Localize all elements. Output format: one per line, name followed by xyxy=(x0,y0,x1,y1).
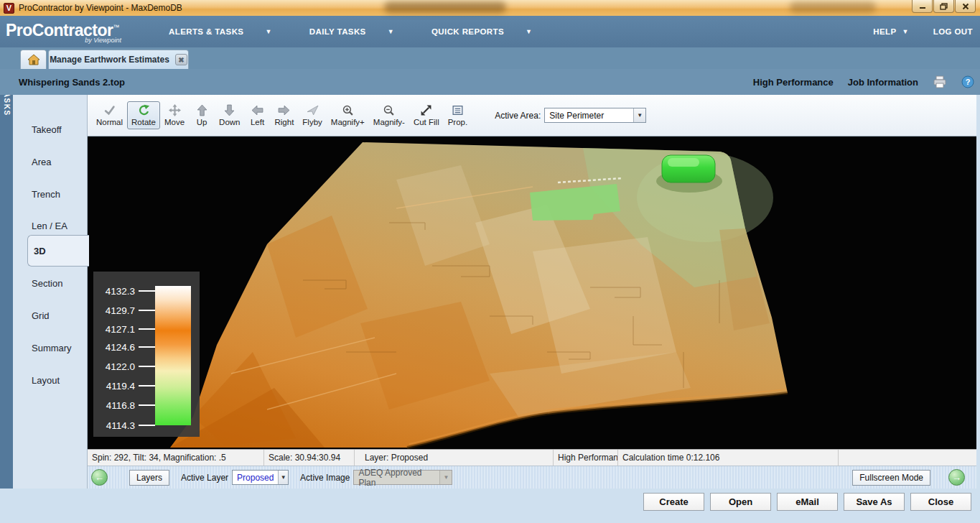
all-tasks-strip[interactable]: ALL TASKS xyxy=(0,47,13,489)
header-bar: Whispering Sands 2.top High Performance … xyxy=(0,69,980,95)
create-button[interactable]: Create xyxy=(643,493,704,511)
sidebar-item-label: Layout xyxy=(32,375,60,386)
tab-close-icon[interactable]: ✖ xyxy=(175,54,187,65)
sidebar-item-trench[interactable]: Trench xyxy=(13,178,87,210)
legend-color-bar xyxy=(155,286,191,425)
right-button[interactable]: Right xyxy=(270,101,298,129)
job-information-link[interactable]: Job Information xyxy=(848,77,918,88)
toolbar-label: Left xyxy=(251,118,264,126)
magnify-plus-icon xyxy=(342,104,354,116)
tab-manage-earthwork-estimates[interactable]: Manage Earthwork Estimates ✖ xyxy=(48,50,189,69)
app-icon: V xyxy=(4,3,14,14)
active-image-label: Active Image xyxy=(300,473,350,483)
legend-tick xyxy=(139,310,155,311)
active-area-label: Active Area: xyxy=(495,111,541,121)
terrain-model xyxy=(88,136,976,449)
legend-value: 4116.8 xyxy=(93,400,135,411)
menu-label: QUICK REPORTS xyxy=(431,27,504,36)
chevron-down-icon: ▼ xyxy=(526,28,532,35)
move-icon xyxy=(169,104,181,116)
menu-alerts-tasks[interactable]: ALERTS & TASKS ▼ xyxy=(169,27,272,36)
arrow-right-icon xyxy=(278,104,290,116)
toolbar-label: Right xyxy=(274,118,294,126)
menu-label: HELP xyxy=(873,27,896,36)
layers-button[interactable]: Layers xyxy=(129,470,169,486)
active-area-select[interactable]: Site Perimeter ▼ xyxy=(544,108,646,123)
sidebar-item-grid[interactable]: Grid xyxy=(13,300,87,331)
left-button[interactable]: Left xyxy=(244,101,270,129)
plane-icon xyxy=(307,104,319,116)
sidebar-item-label: Summary xyxy=(32,343,72,353)
sidebar-item-label: Grid xyxy=(32,310,50,321)
sidebar-item-label: Trench xyxy=(32,189,60,200)
legend-tick xyxy=(139,425,155,426)
rotate-icon xyxy=(138,104,150,116)
menu-label: DAILY TASKS xyxy=(309,27,366,36)
sidebar-item-summary[interactable]: Summary xyxy=(13,332,87,364)
toolbar-label: Up xyxy=(197,118,207,126)
tab-label: Manage Earthwork Estimates xyxy=(50,55,169,65)
active-layer-value: Proposed xyxy=(233,471,278,484)
sidebar-item-3d[interactable]: 3D xyxy=(27,235,89,267)
email-button[interactable]: eMail xyxy=(777,493,838,511)
magnify-plus-button[interactable]: Magnify+ xyxy=(327,101,369,129)
fullscreen-mode-button[interactable]: Fullscreen Mode xyxy=(852,470,930,486)
close-button[interactable] xyxy=(955,0,976,13)
sidebar-item-layout[interactable]: Layout xyxy=(13,364,87,396)
normal-button[interactable]: Normal xyxy=(92,101,127,129)
toolbar-label: Move xyxy=(164,118,185,126)
rotate-button[interactable]: Rotate xyxy=(127,101,160,129)
arrow-left-icon xyxy=(251,104,263,116)
toolbar-label: Flyby xyxy=(302,118,322,126)
move-button[interactable]: Move xyxy=(160,101,189,129)
sidebar-item-takeoff[interactable]: Takeoff xyxy=(13,114,87,145)
legend-tick xyxy=(139,366,155,367)
close-icon xyxy=(962,3,969,10)
toolbar-label: Prop. xyxy=(448,118,468,126)
toolbar-label: Magnify+ xyxy=(331,118,365,126)
properties-icon xyxy=(452,104,464,116)
legend-tick xyxy=(139,404,155,406)
arrow-up-icon xyxy=(196,104,208,116)
close-window-button[interactable]: Close xyxy=(910,493,971,511)
down-button[interactable]: Down xyxy=(215,101,244,129)
chevron-down-icon: ▼ xyxy=(278,471,288,484)
restore-icon xyxy=(940,3,948,10)
high-performance-link[interactable]: High Performance xyxy=(753,77,834,88)
cut-fill-icon xyxy=(420,104,432,116)
sidebar-item-area[interactable]: Area xyxy=(13,146,87,177)
legend-value: 4127.1 xyxy=(93,324,135,335)
active-layer-label: Active Layer xyxy=(181,473,228,483)
legend-value: 4119.4 xyxy=(93,381,135,392)
open-button[interactable]: Open xyxy=(710,493,771,511)
flyby-button[interactable]: Flyby xyxy=(298,101,326,129)
menu-quick-reports[interactable]: QUICK REPORTS ▼ xyxy=(431,27,532,36)
legend-tick xyxy=(139,290,155,292)
cut-fill-button[interactable]: Cut Fill xyxy=(409,101,444,129)
menu-daily-tasks[interactable]: DAILY TASKS ▼ xyxy=(309,27,394,36)
status-performance: High Performance xyxy=(554,450,618,466)
next-view-button[interactable]: → xyxy=(948,469,965,486)
status-bar: Spin: 292, Tilt: 34, Magnification: .5 S… xyxy=(88,449,976,466)
active-layer-select[interactable]: Proposed ▼ xyxy=(232,470,289,485)
magnify-minus-button[interactable]: Magnify- xyxy=(369,101,409,129)
minimize-button[interactable] xyxy=(912,0,933,13)
save-as-button[interactable]: Save As xyxy=(844,493,905,511)
restore-button[interactable] xyxy=(933,0,954,13)
active-image-value: ADEQ Approved Plan xyxy=(354,471,439,484)
menu-help[interactable]: HELP ▼ xyxy=(873,27,909,36)
main-content: Normal Rotate Move Up Down Left Right xyxy=(88,95,976,489)
status-empty xyxy=(839,450,976,466)
legend-value: 4132.3 xyxy=(93,286,135,297)
sidebar-item-section[interactable]: Section xyxy=(13,267,87,299)
arrow-right-icon: → xyxy=(952,472,961,483)
log-out-button[interactable]: LOG OUT xyxy=(933,27,973,36)
print-button[interactable] xyxy=(933,75,947,88)
up-button[interactable]: Up xyxy=(189,101,215,129)
active-image-select: ADEQ Approved Plan ▼ xyxy=(353,470,452,485)
help-button[interactable]: ? xyxy=(961,75,974,88)
previous-view-button[interactable]: ← xyxy=(91,469,108,486)
3d-viewport[interactable]: 4132.3 4129.7 4127.1 4124.6 4122.0 4119.… xyxy=(88,136,976,449)
properties-button[interactable]: Prop. xyxy=(444,101,472,129)
home-tab[interactable] xyxy=(20,50,47,69)
